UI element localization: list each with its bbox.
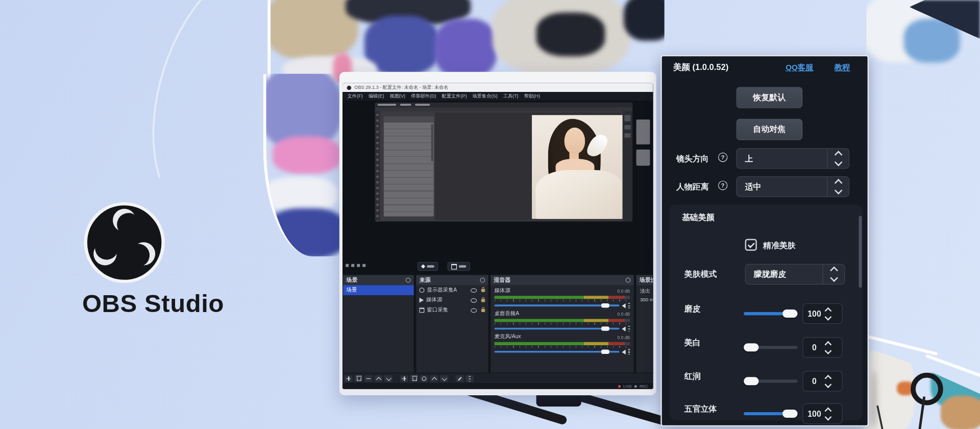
visibility-eye-icon[interactable] [471,298,477,302]
mixer-dock-header[interactable]: 混音器 [491,275,633,285]
source-list-item[interactable]: 媒体源 [416,295,488,305]
lock-icon[interactable] [481,289,485,292]
advanced-audio-button[interactable] [465,375,474,382]
scenes-dock-header[interactable]: 场景 [343,275,413,285]
slider-knob[interactable] [782,309,797,318]
panel-scrollbar[interactable] [859,216,862,288]
scene-down-button[interactable] [384,375,393,382]
source-up-button[interactable] [430,375,438,382]
scene-list-item[interactable]: 场景 [343,285,413,295]
preview-layout-tab-1[interactable] [418,262,438,271]
scene-filters-button[interactable] [364,375,373,382]
mixer-dock: 混音器 媒体源 0.0 dB [490,275,634,373]
speaker-icon[interactable] [622,326,625,331]
transition-type[interactable]: 淡出 [636,285,653,294]
docks-toolbar [342,373,653,384]
menu-file[interactable]: 文件(F) [348,93,363,99]
source-properties-button[interactable] [420,375,428,382]
menu-view[interactable]: 视图(V) [390,93,406,99]
tutorial-link[interactable]: 教程 [835,62,850,73]
diamond-icon [421,264,425,268]
obs-preview-area [342,101,653,274]
basic-beauty-section: 基础美颜 精准美肤 美肤模式 朦胧磨皮 磨皮 100 美白 [669,204,862,420]
spinner-icon[interactable] [827,149,849,168]
restore-defaults-button[interactable]: 恢复默认 [736,87,802,108]
spinner-icon[interactable] [822,265,844,284]
slider-knob[interactable] [744,377,758,385]
slider-knob[interactable] [782,410,797,418]
source-list-item[interactable]: 窗口采集 [416,305,488,316]
speaker-icon[interactable] [622,349,625,354]
channel-menu-icon[interactable] [628,349,630,354]
ps-titlebar [375,103,632,108]
camera-direction-label: 镜头方向 [676,153,709,164]
remove-source-button[interactable] [410,375,418,382]
rosy-slider[interactable] [744,379,797,383]
gear-icon[interactable] [626,278,631,283]
menu-profile[interactable]: 配置文件(P) [442,93,467,99]
beauty-panel-title: 美颜 (1.0.0.52) [673,62,728,73]
qq-support-link[interactable]: QQ客服 [786,62,813,73]
add-source-button[interactable] [400,375,408,382]
preview-layout-tab-2[interactable] [448,262,470,271]
menu-tools[interactable]: 工具(T) [503,93,519,99]
slider-knob[interactable] [744,343,758,351]
volume-slider[interactable] [495,304,620,306]
add-scene-button[interactable] [345,375,353,382]
scenes-dock: 场景 场景 [342,275,414,373]
obs-statusbar: LIVE REC [342,384,653,389]
visibility-eye-icon[interactable] [471,288,477,293]
whitening-value-stepper[interactable]: 0 [802,337,842,358]
spinner-icon[interactable] [827,177,849,197]
sources-dock-title: 来源 [420,276,431,284]
transitions-dock-header[interactable]: 场景过渡 [636,275,653,285]
menu-scene-collection[interactable]: 场景集合(S) [473,93,498,99]
whitening-slider[interactable] [744,346,797,349]
lock-icon[interactable] [481,299,485,302]
subject-distance-select[interactable]: 适中 [736,176,849,197]
portrait-face [565,128,585,154]
meter-ticks [495,323,630,325]
remove-scene-button[interactable] [354,375,362,382]
window-icon [451,264,457,269]
smoothing-value-stepper[interactable]: 100 [802,303,842,324]
gear-icon[interactable] [480,278,485,283]
preview-status-dots [346,264,365,267]
camera-direction-select[interactable]: 上 [736,148,849,169]
gear-icon[interactable] [406,278,411,283]
face-definition-value-stepper[interactable]: 100 [802,403,842,424]
source-down-button[interactable] [440,375,448,382]
speaker-icon[interactable] [622,303,625,308]
lock-icon[interactable] [481,308,485,312]
source-list-item[interactable]: 显示器采集A [416,285,488,295]
rosy-value-stepper[interactable]: 0 [802,371,842,391]
transitions-dock-title: 场景过渡 [640,276,653,284]
menu-help[interactable]: 帮助(H) [524,93,540,99]
scene-up-button[interactable] [374,375,382,382]
channel-name: 媒体源 [495,287,510,295]
volume-meter [495,296,630,299]
channel-db: 0.0 dB [617,335,630,340]
face-definition-slider[interactable] [744,412,797,415]
help-icon[interactable]: ? [718,153,727,162]
transition-duration[interactable]: 300 ms [636,295,653,303]
ps-tool-column [375,111,380,222]
scenes-dock-title: 场景 [346,276,357,284]
channel-menu-icon[interactable] [628,303,630,308]
media-source-icon [420,298,424,303]
page-background: OBS Studio OBS 29.1.3 - 配置文件: 未命名 - 场景: … [0,0,980,429]
volume-slider[interactable] [495,328,620,330]
help-icon[interactable]: ? [718,181,727,190]
visibility-eye-icon[interactable] [471,308,477,313]
mixer-filters-button[interactable] [456,375,464,382]
sources-dock-header[interactable]: 来源 [416,275,488,285]
menu-docks[interactable]: 停靠部件(D) [411,93,436,99]
beauty-plugin-panel: 美颜 (1.0.0.52) QQ客服 教程 恢复默认 自动对焦 镜头方向 ? 上… [660,55,869,426]
skin-mode-select[interactable]: 朦胧磨皮 [745,264,845,284]
channel-menu-icon[interactable] [628,326,630,331]
menu-edit[interactable]: 编辑(E) [369,93,384,99]
precise-skin-checkbox[interactable] [745,239,757,251]
volume-slider[interactable] [495,351,620,353]
autofocus-button[interactable]: 自动对焦 [736,119,802,140]
smoothing-slider[interactable] [744,312,797,315]
